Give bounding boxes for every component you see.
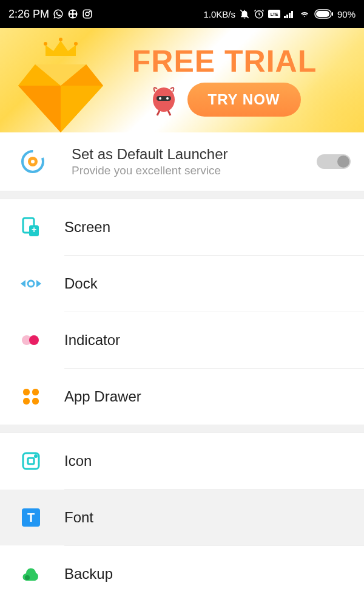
menu-label: Backup xyxy=(64,565,113,582)
alarm-icon xyxy=(254,9,265,19)
svg-rect-45 xyxy=(23,389,30,395)
menu-label: Dock xyxy=(64,275,98,292)
svg-point-0 xyxy=(69,10,78,19)
menu-group-1: + Screen Dock Indicator App Drawer xyxy=(0,199,364,425)
menu-item-backup[interactable]: Backup xyxy=(0,546,364,591)
backup-icon xyxy=(21,564,41,584)
svg-point-44 xyxy=(29,335,39,345)
svg-marker-42 xyxy=(36,280,41,287)
wifi-icon xyxy=(298,9,311,19)
svg-point-41 xyxy=(28,281,34,287)
menu-item-indicator[interactable]: Indicator xyxy=(0,312,364,368)
svg-rect-47 xyxy=(23,398,30,405)
svg-point-19 xyxy=(44,42,47,46)
svg-point-54 xyxy=(25,575,30,580)
battery-icon xyxy=(314,9,334,19)
svg-rect-12 xyxy=(284,16,286,18)
instagram-icon xyxy=(82,9,93,19)
svg-rect-13 xyxy=(286,15,288,18)
svg-point-31 xyxy=(166,97,169,100)
svg-point-7 xyxy=(89,11,90,12)
menu-item-app-drawer[interactable]: App Drawer xyxy=(0,369,364,425)
menu-item-icon[interactable]: Icon xyxy=(0,433,364,489)
dnd-icon xyxy=(239,9,250,19)
battery-percent: 90% xyxy=(337,9,356,19)
menu-item-dock[interactable]: Dock xyxy=(0,256,364,312)
crown-icon xyxy=(42,38,79,60)
diamond-icon xyxy=(18,56,103,132)
app-drawer-icon xyxy=(21,386,41,407)
svg-line-32 xyxy=(157,111,160,115)
svg-point-6 xyxy=(86,12,89,16)
menu-label: Font xyxy=(64,509,93,526)
svg-rect-48 xyxy=(32,398,39,405)
svg-point-51 xyxy=(34,454,38,458)
svg-rect-17 xyxy=(316,11,329,17)
menu-label: Indicator xyxy=(64,332,120,349)
svg-point-30 xyxy=(159,97,161,100)
svg-marker-27 xyxy=(61,86,103,132)
menu-item-font[interactable]: T Font xyxy=(0,490,364,545)
default-launcher-row[interactable]: Set as Default Launcher Provide you exce… xyxy=(0,132,364,191)
svg-rect-14 xyxy=(289,13,291,18)
font-icon: T xyxy=(21,507,41,528)
svg-marker-26 xyxy=(18,86,61,132)
svg-point-1 xyxy=(70,11,73,14)
menu-label: Screen xyxy=(64,219,110,236)
menu-item-screen[interactable]: + Screen xyxy=(0,199,364,255)
svg-rect-50 xyxy=(28,458,34,464)
whatsapp-icon xyxy=(53,9,64,19)
menu-group-2: Icon T Font Backup xyxy=(0,433,364,591)
default-launcher-subtitle: Provide you excellent service xyxy=(72,164,317,177)
menu-label: Icon xyxy=(64,453,92,470)
promo-banner: FREE TRIAL TRY NOW xyxy=(0,28,364,132)
svg-text:LTE: LTE xyxy=(271,12,278,16)
svg-point-20 xyxy=(59,38,62,41)
mascot-icon xyxy=(149,83,179,117)
gear-icon xyxy=(21,149,45,174)
icon-style-icon xyxy=(21,451,41,471)
default-launcher-toggle[interactable] xyxy=(317,154,351,169)
svg-line-33 xyxy=(168,111,170,115)
signal-icon xyxy=(284,10,295,18)
status-time: 2:26 PM xyxy=(8,8,49,21)
volte-icon: LTE xyxy=(268,10,280,18)
indicator-icon xyxy=(21,330,41,350)
network-speed: 1.0KB/s xyxy=(203,9,235,19)
default-launcher-title: Set as Default Launcher xyxy=(72,146,317,163)
banner-title: FREE TRIAL xyxy=(132,44,317,79)
try-now-button[interactable]: TRY NOW xyxy=(187,83,301,117)
svg-point-4 xyxy=(73,15,76,18)
svg-text:T: T xyxy=(27,511,35,524)
svg-point-21 xyxy=(74,42,78,46)
svg-rect-29 xyxy=(157,96,171,101)
app-indicator-icon xyxy=(67,9,78,19)
svg-rect-15 xyxy=(291,11,293,18)
svg-rect-18 xyxy=(332,12,333,16)
svg-point-2 xyxy=(73,11,76,14)
svg-marker-40 xyxy=(21,280,25,287)
svg-point-3 xyxy=(70,15,73,18)
menu-label: App Drawer xyxy=(64,388,141,405)
screen-icon: + xyxy=(21,217,41,237)
svg-rect-46 xyxy=(32,389,39,395)
svg-text:+: + xyxy=(32,225,36,234)
status-bar: 2:26 PM 1.0KB/s LTE 90% xyxy=(0,0,364,28)
dock-icon xyxy=(21,273,41,294)
svg-point-36 xyxy=(31,160,35,163)
